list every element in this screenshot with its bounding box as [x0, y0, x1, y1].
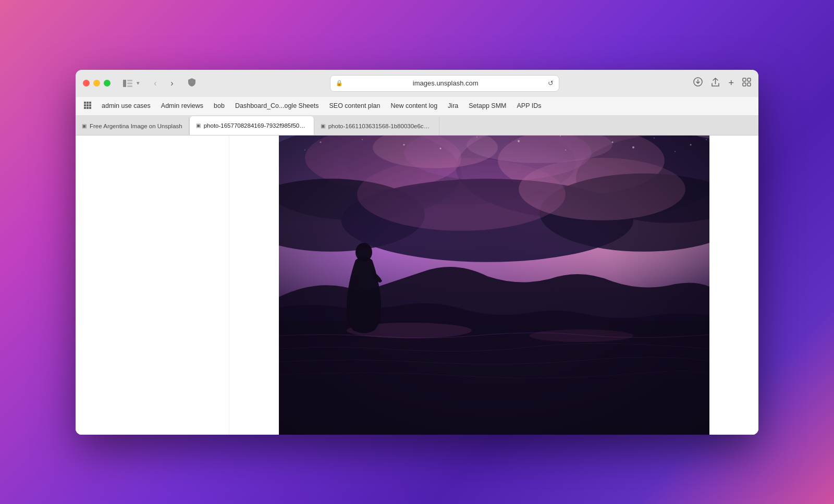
- tab-label-2: photo-1661103631568-1b80030e6ca6 871x580…: [328, 123, 433, 129]
- bookmark-dashboard[interactable]: Dashboard_Co...ogle Sheets: [231, 100, 323, 112]
- back-button[interactable]: ‹: [148, 76, 163, 91]
- title-bar: ▾ ‹ › 🔒 images.unsplash.com ↺: [76, 70, 758, 97]
- bookmark-new-content-log[interactable]: New content log: [386, 100, 441, 112]
- svg-point-42: [304, 149, 305, 150]
- sidebar-panel: [76, 136, 229, 435]
- tab-0[interactable]: ▣ Free Argentina Image on Unsplash: [76, 117, 189, 135]
- address-bar-container: 🔒 images.unsplash.com ↺: [202, 75, 687, 92]
- svg-point-39: [654, 137, 655, 138]
- svg-point-46: [674, 151, 676, 152]
- svg-rect-11: [89, 102, 91, 104]
- bookmark-bob[interactable]: bob: [210, 100, 229, 112]
- minimize-button[interactable]: [93, 80, 100, 87]
- download-icon[interactable]: [693, 77, 703, 89]
- svg-rect-13: [87, 104, 89, 106]
- svg-rect-1: [127, 80, 132, 81]
- photo-container: [279, 136, 709, 435]
- svg-point-36: [518, 140, 520, 142]
- sidebar-toggle[interactable]: [121, 77, 134, 90]
- svg-rect-0: [123, 80, 126, 87]
- tab-2[interactable]: ▣ photo-1661103631568-1b80030e6ca6 871x5…: [314, 117, 439, 135]
- svg-point-49: [529, 329, 633, 342]
- svg-rect-15: [84, 107, 86, 109]
- tab-favicon-2: ▣: [321, 123, 325, 129]
- svg-point-45: [632, 146, 634, 148]
- browser-window: ▾ ‹ › 🔒 images.unsplash.com ↺: [76, 70, 758, 435]
- bookmark-admin-reviews[interactable]: Admin reviews: [157, 100, 207, 112]
- svg-point-43: [439, 147, 441, 149]
- svg-point-41: [706, 139, 707, 140]
- nav-buttons: ‹ ›: [148, 76, 179, 91]
- tab-favicon-0: ▣: [82, 123, 87, 129]
- chevron-down-icon[interactable]: ▾: [137, 80, 140, 87]
- traffic-lights: [83, 80, 111, 87]
- tab-1[interactable]: ▣ photo-1657708284169-7932f985f502 2 264…: [189, 116, 314, 135]
- apps-icon[interactable]: [84, 102, 91, 110]
- maximize-button[interactable]: [104, 80, 111, 87]
- bookmark-seo-content-plan[interactable]: SEO content plan: [325, 100, 384, 112]
- svg-point-31: [519, 157, 685, 220]
- svg-rect-8: [747, 83, 751, 86]
- tab-overview-icon[interactable]: [742, 78, 751, 89]
- svg-point-35: [476, 136, 477, 137]
- svg-point-38: [611, 141, 613, 143]
- svg-rect-10: [87, 102, 89, 104]
- tabs-bar: ▣ Free Argentina Image on Unsplash ▣ pho…: [76, 116, 758, 136]
- svg-point-34: [403, 144, 404, 145]
- new-tab-icon[interactable]: +: [728, 78, 734, 89]
- refresh-icon[interactable]: ↺: [548, 79, 554, 87]
- svg-rect-17: [89, 107, 91, 109]
- svg-point-33: [362, 139, 363, 140]
- svg-rect-16: [87, 107, 89, 109]
- shield-icon[interactable]: [188, 78, 196, 89]
- bookmark-admin-use-cases[interactable]: admin use cases: [97, 100, 155, 112]
- forward-button[interactable]: ›: [165, 76, 179, 91]
- tab-favicon-1: ▣: [196, 122, 201, 128]
- svg-rect-3: [127, 85, 132, 87]
- water-layer: [279, 321, 709, 434]
- svg-rect-12: [84, 104, 86, 106]
- url-text: images.unsplash.com: [346, 79, 545, 87]
- image-viewport: [229, 136, 758, 435]
- toolbar-right: +: [693, 77, 751, 89]
- address-bar[interactable]: 🔒 images.unsplash.com ↺: [330, 75, 559, 92]
- bookmark-jira[interactable]: Jira: [444, 100, 462, 112]
- lock-icon: 🔒: [336, 80, 343, 87]
- person-silhouette: [343, 242, 385, 336]
- main-content: [76, 136, 758, 435]
- svg-point-32: [320, 141, 321, 143]
- bookmarks-bar: admin use cases Admin reviews bob Dashbo…: [76, 97, 758, 116]
- svg-rect-5: [743, 78, 746, 81]
- svg-rect-14: [89, 104, 91, 106]
- svg-rect-7: [743, 83, 746, 86]
- close-button[interactable]: [83, 80, 90, 87]
- svg-point-44: [565, 149, 566, 150]
- svg-rect-6: [747, 78, 751, 81]
- tab-label-0: Free Argentina Image on Unsplash: [90, 123, 182, 129]
- svg-rect-9: [84, 102, 86, 104]
- svg-rect-2: [127, 82, 132, 84]
- bookmark-app-ids[interactable]: APP IDs: [513, 100, 546, 112]
- bookmark-setapp-smm[interactable]: Setapp SMM: [464, 100, 510, 112]
- tab-label-1: photo-1657708284169-7932f985f502 2 264x2…: [204, 122, 308, 129]
- share-icon[interactable]: [711, 78, 720, 89]
- svg-point-40: [690, 144, 691, 145]
